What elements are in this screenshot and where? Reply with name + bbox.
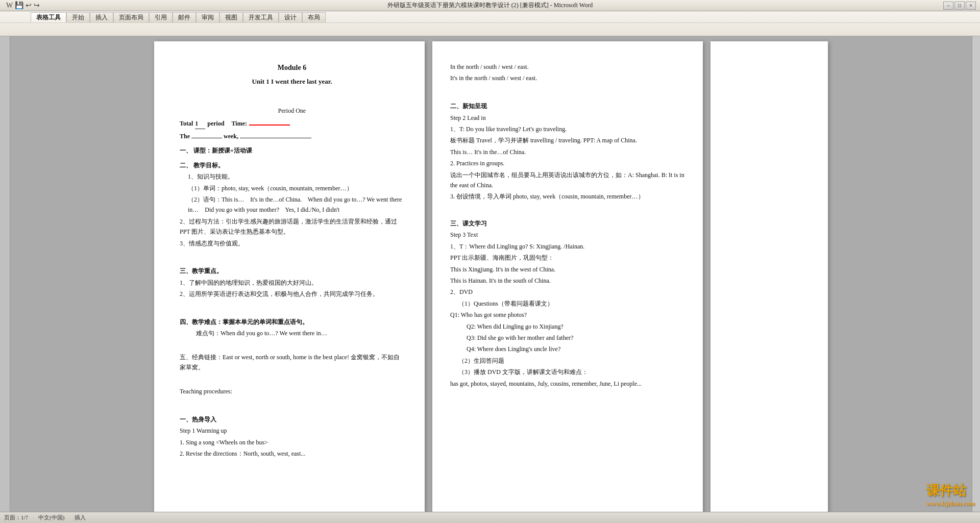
- step3-item3: This is Xingjiang. It's in the west of C…: [450, 264, 685, 275]
- step2-item5: 说出一个中国城市名，组员要马上用英语说出该城市的方位，如：A: Shanghai…: [450, 170, 685, 191]
- word-logo: W: [6, 2, 13, 10]
- tab-view[interactable]: 视图: [219, 12, 243, 22]
- tab-developer[interactable]: 开发工具: [243, 12, 279, 22]
- tab-mailings[interactable]: 邮件: [173, 12, 196, 22]
- watermark-line1: 课件站: [926, 482, 975, 500]
- week-line: The week,: [180, 131, 404, 141]
- step3-item2: PPT 出示新疆、海南图片，巩固句型：: [450, 253, 685, 263]
- left-sidebar: [0, 36, 10, 512]
- status-bar: 页面：1/7 中文(中国) 插入: [0, 512, 980, 523]
- section2-header: 二、 教学目标。: [180, 160, 404, 170]
- step3-label: Step 3 Text: [450, 230, 685, 240]
- item4: 3、情感态度与价值观。: [180, 238, 404, 248]
- title-bar: W 💾 ↩ ↪ 外研版五年级英语下册第六模块课时教学设计 (2) [兼容模式] …: [0, 0, 980, 11]
- page-2: In the north / south / west / east. It's…: [432, 41, 703, 512]
- page-count: 页面：1/7: [4, 514, 28, 521]
- watermark-line2: www.kjzhan.com: [926, 500, 975, 508]
- step3-q1-label: （1）Questions（带着问题看课文）: [450, 298, 685, 309]
- step2-item4: 2. Practices in groups.: [450, 158, 685, 168]
- week-suffix: week,: [224, 133, 238, 140]
- scrollbar-right[interactable]: [972, 36, 980, 512]
- watermark: 课件站 www.kjzhan.com: [926, 482, 975, 508]
- document-scroll[interactable]: Module 6 Unit 1 I went there last year. …: [10, 36, 972, 512]
- section6-header: 一、热身导入: [180, 414, 404, 425]
- undo-btn[interactable]: ↩: [26, 1, 32, 10]
- step2-item2: 板书标题 Travel，学习并讲解 travelling / traveling…: [450, 135, 685, 145]
- point1: 1、了解中国的的地理知识，热爱祖国的大好河山。: [180, 278, 404, 288]
- time-label: Time:: [232, 118, 247, 129]
- week-label: The: [180, 133, 190, 140]
- item2: （2）语句：This is… It's in the…of China. Whe…: [180, 194, 404, 215]
- tab-home[interactable]: 开始: [66, 12, 90, 22]
- point2: 2、运用所学英语进行表达和交流，积极与他人合作，共同完成学习任务。: [180, 289, 404, 299]
- ribbon: 表格工具 开始 插入 页面布局 引用 邮件 审阅 视图 开发工具 设计 布局: [0, 11, 980, 36]
- total-value: 1: [195, 118, 205, 129]
- tab-references[interactable]: 引用: [149, 12, 173, 22]
- save-btn[interactable]: 💾: [15, 1, 23, 10]
- step1-item2: 2. Revise the directions：North, south, w…: [180, 449, 404, 459]
- step2-item1: 1、T: Do you like traveling? Let's go tra…: [450, 124, 685, 134]
- step3-q1: Q1: Who has got some photos?: [450, 310, 685, 320]
- step1-label: Step 1 Warming up: [180, 426, 404, 436]
- total-label: Total: [180, 118, 193, 129]
- window-title: 外研版五年级英语下册第六模块课时教学设计 (2) [兼容模式] - Micros…: [387, 1, 593, 10]
- spacer: [180, 93, 404, 104]
- sub1: 1、知识与技能。: [180, 171, 404, 182]
- item1: （1）单词：photo, stay, week（cousin, mountain…: [180, 183, 404, 193]
- spacer-p2: [450, 87, 685, 97]
- section5: 五、经典链接：East or west, north or south, hom…: [180, 352, 404, 373]
- window-controls[interactable]: – □ ×: [943, 2, 976, 10]
- lang-indicator: 中文(中国): [38, 514, 64, 521]
- word-area: Module 6 Unit 1 I went there last year. …: [0, 36, 980, 512]
- step3-q2: Q2: When did Lingling go to Xinjiang?: [450, 321, 685, 332]
- tab-layout[interactable]: 布局: [302, 12, 326, 22]
- ribbon-tabs[interactable]: 表格工具 开始 插入 页面布局 引用 邮件 审阅 视图 开发工具 设计 布局: [0, 11, 980, 22]
- redo-btn[interactable]: ↪: [34, 1, 40, 10]
- tab-insert[interactable]: 插入: [90, 12, 113, 22]
- step3-q3: Q3: Did she go with her mother and fathe…: [450, 333, 685, 343]
- tab-review[interactable]: 审阅: [196, 12, 219, 22]
- step3-item1: 1、T：Where did Lingling go? S: Xingjiang.…: [450, 241, 685, 252]
- step3-q2-label: （2）生回答问题: [450, 356, 685, 366]
- spacer3: [180, 303, 404, 313]
- page-1: Module 6 Unit 1 I went there last year. …: [154, 41, 425, 512]
- step3-words: has got, photos, stayed, mountains, July…: [450, 379, 685, 389]
- week-blank: [191, 138, 222, 138]
- time-value: [249, 124, 290, 126]
- tab-design[interactable]: 设计: [279, 12, 302, 22]
- step3-item5: 2、DVD: [450, 287, 685, 297]
- close-btn[interactable]: ×: [966, 2, 976, 10]
- spacer4: [180, 342, 404, 352]
- direction2: It's in the north / south / west / east.: [450, 73, 685, 83]
- section3-p2: 三、课文学习: [450, 218, 685, 229]
- period-line: Period One: [180, 106, 404, 116]
- minimize-btn[interactable]: –: [943, 2, 953, 10]
- step3-q3-label: （3）播放 DVD 文字版，讲解课文语句和难点：: [450, 367, 685, 377]
- doc-title: Module 6: [180, 62, 404, 74]
- spacer2: [180, 252, 404, 262]
- ribbon-toolbar: [0, 22, 980, 36]
- section1-header: 一、 课型：新授课+活动课: [180, 145, 404, 156]
- section2-p2: 二、新知呈现: [450, 101, 685, 111]
- section3-header: 三、教学重点。: [180, 266, 404, 276]
- item3: 2、过程与方法：引出学生感兴趣的旅游话题，激活学生的生活背景和经验，通过 PPT…: [180, 216, 404, 237]
- direction1: In the north / south / west / east.: [450, 62, 685, 72]
- insert-mode: 插入: [75, 514, 86, 521]
- spacer5: [180, 376, 404, 386]
- tab-table-tools[interactable]: 表格工具: [31, 12, 66, 22]
- step3-item4: This is Hainan. It's in the south of Chi…: [450, 276, 685, 286]
- empty-page: [710, 41, 828, 512]
- period-word: period: [207, 118, 224, 129]
- step2-item3: This is… It's in the…of China.: [450, 147, 685, 157]
- maximize-btn[interactable]: □: [954, 2, 965, 10]
- doc-subtitle: Unit 1 I went there last year.: [180, 76, 404, 87]
- difficult: 难点句：When did you go to…? We went there i…: [180, 328, 404, 338]
- quick-access-toolbar[interactable]: W 💾 ↩ ↪: [4, 1, 40, 10]
- section4-header: 四、教学难点：掌握本单元的单词和重点语句。: [180, 317, 404, 327]
- step2-label: Step 2 Lead in: [450, 113, 685, 123]
- total-line: Total 1 period Time:: [180, 118, 404, 129]
- tab-page-layout[interactable]: 页面布局: [113, 12, 149, 22]
- step2-item6: 3. 创设情境，导入单词 photo, stay, week（cousin, m…: [450, 191, 685, 202]
- spacer-p2b: [450, 204, 685, 214]
- week-date: [240, 138, 311, 138]
